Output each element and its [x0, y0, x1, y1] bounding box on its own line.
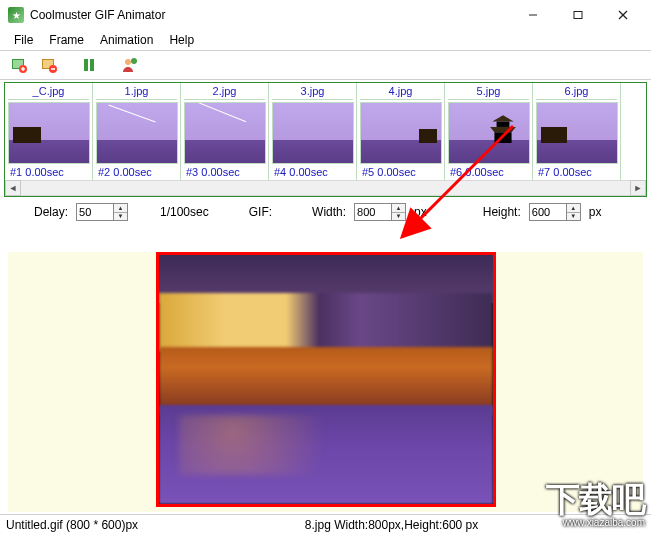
svg-rect-14: [90, 59, 94, 71]
frame-thumbnail: [536, 102, 618, 164]
frame-item[interactable]: _C.jpg #1 0.00sec: [5, 83, 93, 180]
statusbar: Untitled.gif (800 * 600)px 8.jpg Width:8…: [0, 514, 651, 534]
scroll-left-button[interactable]: ◄: [5, 180, 21, 196]
menu-animation[interactable]: Animation: [92, 31, 161, 49]
delay-unit: 1/100sec: [160, 205, 209, 219]
gif-label: GIF:: [249, 205, 272, 219]
delay-label: Delay:: [34, 205, 68, 219]
scroll-track[interactable]: [21, 180, 630, 196]
spin-up-icon[interactable]: ▲: [114, 204, 127, 213]
menu-file[interactable]: File: [6, 31, 41, 49]
spin-down-icon[interactable]: ▼: [567, 213, 580, 221]
frame-filename: _C.jpg: [8, 85, 89, 100]
frame-label: #3 0.00sec: [184, 164, 265, 178]
preview-area: [8, 252, 643, 512]
pause-icon: [80, 56, 98, 74]
frame-item[interactable]: 6.jpg #7 0.00sec: [533, 83, 621, 180]
status-frame-info: 8.jpg Width:800px,Height:600 px: [138, 518, 645, 532]
frame-filename: 1.jpg: [96, 85, 177, 100]
window-title: Coolmuster GIF Animator: [30, 8, 510, 22]
pagoda-icon: [481, 113, 525, 143]
delete-frame-icon: [40, 56, 58, 74]
menu-frame[interactable]: Frame: [41, 31, 92, 49]
frame-filename: 5.jpg: [448, 85, 529, 100]
menubar: File Frame Animation Help: [0, 30, 651, 50]
frame-item[interactable]: 5.jpg #6 0.00sec: [445, 83, 533, 180]
frame-label: #1 0.00sec: [8, 164, 89, 178]
pause-button[interactable]: [76, 53, 102, 77]
px-label: px: [589, 205, 602, 219]
height-label: Height:: [483, 205, 521, 219]
svg-point-16: [131, 58, 137, 64]
frame-item[interactable]: 3.jpg #4 0.00sec: [269, 83, 357, 180]
add-frame-icon: [10, 56, 28, 74]
close-button[interactable]: [600, 1, 645, 29]
minimize-button[interactable]: [510, 1, 555, 29]
frame-strip: _C.jpg #1 0.00sec 1.jpg #2 0.00sec 2.jpg…: [4, 82, 647, 197]
width-input[interactable]: [354, 203, 392, 221]
frame-filename: 4.jpg: [360, 85, 441, 100]
height-stepper[interactable]: ▲▼: [529, 203, 581, 221]
width-label: Width:: [312, 205, 346, 219]
about-button[interactable]: [116, 53, 142, 77]
maximize-button[interactable]: [555, 1, 600, 29]
svg-rect-13: [84, 59, 88, 71]
frame-thumbnail: [448, 102, 530, 164]
svg-rect-1: [574, 12, 582, 19]
frame-thumbnail: [96, 102, 178, 164]
frame-filename: 6.jpg: [536, 85, 617, 100]
frame-item[interactable]: 2.jpg #3 0.00sec: [181, 83, 269, 180]
status-file: Untitled.gif (800 * 600)px: [6, 518, 138, 532]
frame-filename: 3.jpg: [272, 85, 353, 100]
menu-help[interactable]: Help: [161, 31, 202, 49]
frame-label: #7 0.00sec: [536, 164, 617, 178]
window-controls: [510, 1, 645, 29]
frame-thumbnail: [360, 102, 442, 164]
spin-down-icon[interactable]: ▼: [114, 213, 127, 221]
app-icon: ★: [8, 7, 24, 23]
frame-thumbnail: [184, 102, 266, 164]
spin-down-icon[interactable]: ▼: [392, 213, 405, 221]
frame-filename: 2.jpg: [184, 85, 265, 100]
frame-label: #6 0.00sec: [448, 164, 529, 178]
frame-label: #2 0.00sec: [96, 164, 177, 178]
svg-point-15: [125, 59, 131, 65]
frame-item[interactable]: 1.jpg #2 0.00sec: [93, 83, 181, 180]
add-frame-button[interactable]: [6, 53, 32, 77]
scroll-right-button[interactable]: ►: [630, 180, 646, 196]
delete-frame-button[interactable]: [36, 53, 62, 77]
about-icon: [120, 56, 138, 74]
frame-strip-content[interactable]: _C.jpg #1 0.00sec 1.jpg #2 0.00sec 2.jpg…: [5, 83, 646, 180]
delay-stepper[interactable]: ▲▼: [76, 203, 128, 221]
svg-rect-17: [497, 122, 510, 127]
frame-strip-scrollbar[interactable]: ◄ ►: [5, 180, 646, 196]
frame-thumbnail: [8, 102, 90, 164]
frame-item[interactable]: 4.jpg #5 0.00sec: [357, 83, 445, 180]
frame-label: #5 0.00sec: [360, 164, 441, 178]
preview-image: [156, 252, 496, 507]
height-input[interactable]: [529, 203, 567, 221]
frame-thumbnail: [272, 102, 354, 164]
spin-up-icon[interactable]: ▲: [392, 204, 405, 213]
titlebar: ★ Coolmuster GIF Animator: [0, 0, 651, 30]
delay-input[interactable]: [76, 203, 114, 221]
spin-up-icon[interactable]: ▲: [567, 204, 580, 213]
frame-label: #4 0.00sec: [272, 164, 353, 178]
svg-rect-18: [494, 132, 511, 143]
settings-bar: Delay: ▲▼ 1/100sec GIF: Width: ▲▼ px Hei…: [0, 197, 651, 223]
width-stepper[interactable]: ▲▼: [354, 203, 406, 221]
toolbar: [0, 50, 651, 80]
px-label: px: [414, 205, 427, 219]
